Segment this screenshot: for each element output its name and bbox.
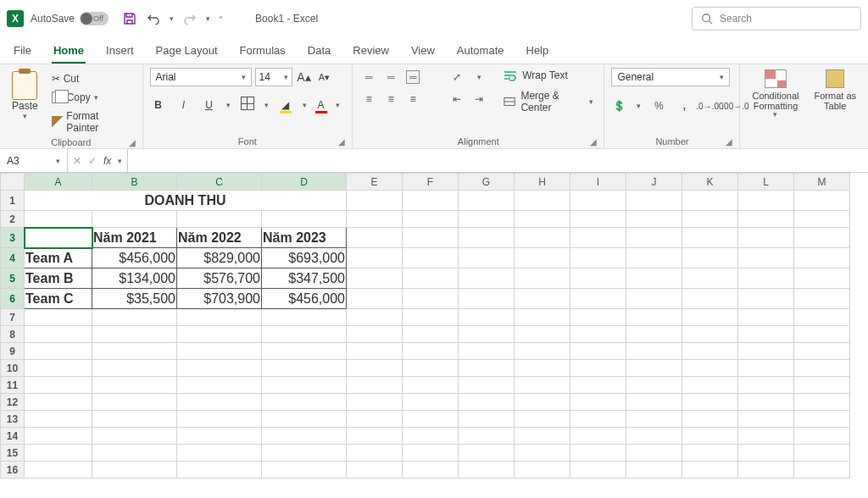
row-6[interactable]: 6 Team C $35,500 $703,900 $456,000	[1, 289, 850, 309]
number-launcher-icon[interactable]: ◢	[726, 137, 732, 147]
row-7[interactable]: 7	[1, 309, 850, 326]
increase-indent-icon[interactable]: ⇥	[471, 91, 487, 107]
row-3[interactable]: 3 Năm 2021 Năm 2022 Năm 2023	[1, 228, 850, 248]
row-15[interactable]: 15	[1, 445, 850, 462]
tab-automate[interactable]: Automate	[455, 39, 506, 64]
row-12[interactable]: 12	[1, 394, 850, 411]
align-middle-icon[interactable]: ═	[383, 69, 398, 85]
col-header-M[interactable]: M	[794, 174, 850, 191]
tab-help[interactable]: Help	[525, 39, 551, 64]
col-header-L[interactable]: L	[738, 174, 794, 191]
font-launcher-icon[interactable]: ◢	[338, 137, 345, 147]
row-header-1[interactable]: 1	[1, 191, 25, 211]
cell-B6[interactable]: $35,500	[92, 289, 177, 309]
row-1[interactable]: 1 DOANH THU	[1, 191, 850, 211]
merge-center-button[interactable]: Merge & Center ▾	[500, 88, 597, 115]
col-header-G[interactable]: G	[459, 174, 515, 191]
cut-button[interactable]: ✂ Cut	[48, 71, 136, 86]
clipboard-launcher-icon[interactable]: ◢	[129, 138, 136, 147]
redo-icon[interactable]	[182, 11, 198, 26]
formula-input[interactable]	[128, 149, 868, 172]
tab-formulas[interactable]: Formulas	[238, 39, 287, 64]
row-2[interactable]: 2	[1, 211, 850, 228]
cell-A6[interactable]: Team C	[25, 289, 92, 309]
cell-C6[interactable]: $703,900	[177, 289, 262, 309]
accounting-dropdown-icon[interactable]: ▾	[637, 102, 641, 110]
orientation-icon[interactable]: ⤢	[449, 69, 465, 85]
col-header-J[interactable]: J	[626, 174, 682, 191]
cell-title[interactable]: DOANH THU	[25, 191, 347, 211]
row-8[interactable]: 8	[1, 326, 850, 343]
fx-dropdown-icon[interactable]: ▾	[118, 157, 122, 165]
cell-C3[interactable]: Năm 2022	[177, 228, 262, 248]
borders-dropdown-icon[interactable]: ▾	[264, 101, 269, 109]
cell-D4[interactable]: $693,000	[262, 248, 347, 268]
row-header-9[interactable]: 9	[1, 343, 25, 360]
wrap-text-button[interactable]: Wrap Text	[500, 68, 597, 83]
align-right-icon[interactable]: ≡	[405, 91, 420, 107]
tab-view[interactable]: View	[409, 39, 437, 64]
align-top-icon[interactable]: ═	[361, 69, 376, 85]
tab-file[interactable]: File	[12, 39, 33, 64]
col-header-E[interactable]: E	[347, 174, 403, 191]
tab-insert[interactable]: Insert	[104, 39, 136, 64]
row-header-13[interactable]: 13	[1, 411, 25, 428]
align-center-icon[interactable]: ≡	[383, 91, 398, 107]
cell-B5[interactable]: $134,000	[92, 268, 177, 289]
row-11[interactable]: 11	[1, 377, 850, 394]
name-box[interactable]: A3▾	[0, 149, 68, 172]
cell-C5[interactable]: $576,700	[177, 268, 262, 289]
row-header-6[interactable]: 6	[1, 289, 25, 309]
row-header-4[interactable]: 4	[1, 248, 25, 268]
font-name-select[interactable]: Arial▾	[150, 68, 252, 86]
col-header-K[interactable]: K	[682, 174, 738, 191]
font-color-dropdown-icon[interactable]: ▾	[336, 101, 340, 109]
undo-dropdown-icon[interactable]: ▾	[170, 14, 174, 23]
font-color-button[interactable]: A	[315, 99, 327, 111]
conditional-formatting-button[interactable]: Conditional Formatting ▾	[747, 68, 804, 121]
comma-format-icon[interactable]: ,	[676, 98, 692, 113]
row-header-2[interactable]: 2	[1, 211, 25, 228]
borders-button[interactable]	[239, 97, 256, 113]
row-header-16[interactable]: 16	[1, 462, 25, 479]
number-format-select[interactable]: General▾	[611, 68, 730, 86]
increase-decimal-icon[interactable]: .0→.00	[702, 98, 717, 113]
tab-data[interactable]: Data	[306, 39, 332, 64]
save-icon[interactable]	[122, 11, 137, 26]
row-13[interactable]: 13	[1, 411, 850, 428]
orientation-dropdown-icon[interactable]: ▾	[477, 73, 481, 81]
format-as-table-button[interactable]: Format as Table	[809, 68, 861, 113]
row-header-3[interactable]: 3	[1, 228, 25, 248]
italic-button[interactable]: I	[175, 99, 192, 111]
alignment-launcher-icon[interactable]: ◢	[590, 137, 597, 147]
cell-B4[interactable]: $456,000	[92, 248, 177, 268]
fx-icon[interactable]: fx	[103, 155, 111, 167]
row-header-10[interactable]: 10	[1, 360, 25, 377]
row-header-15[interactable]: 15	[1, 445, 25, 462]
cancel-formula-icon[interactable]: ✕	[73, 155, 81, 167]
col-header-A[interactable]: A	[25, 174, 92, 191]
percent-format-icon[interactable]: %	[651, 98, 666, 113]
fill-color-button[interactable]: ◢	[277, 99, 294, 111]
select-all-corner[interactable]	[1, 174, 25, 191]
column-headers[interactable]: A B C D E F G H I J K L M	[1, 174, 850, 191]
cell-B3[interactable]: Năm 2021	[92, 228, 177, 248]
tab-review[interactable]: Review	[351, 39, 391, 64]
col-header-H[interactable]: H	[515, 174, 570, 191]
row-4[interactable]: 4 Team A $456,000 $829,000 $693,000	[1, 248, 850, 268]
align-bottom-icon[interactable]: ═	[405, 69, 420, 85]
paste-button[interactable]: Paste ▾	[7, 68, 43, 124]
cell-D5[interactable]: $347,500	[262, 268, 347, 289]
row-16[interactable]: 16	[1, 462, 850, 479]
undo-icon[interactable]	[146, 11, 161, 26]
search-input[interactable]: Search	[692, 7, 861, 30]
row-header-11[interactable]: 11	[1, 377, 25, 394]
row-header-8[interactable]: 8	[1, 326, 25, 343]
fill-dropdown-icon[interactable]: ▾	[303, 101, 307, 109]
decrease-indent-icon[interactable]: ⇤	[449, 91, 465, 107]
align-left-icon[interactable]: ≡	[361, 91, 376, 107]
cell-D6[interactable]: $456,000	[262, 289, 347, 309]
autosave-toggle[interactable]: AutoSave Off	[31, 12, 108, 25]
qat-customize-icon[interactable]: ⁼	[219, 14, 223, 23]
cell-A4[interactable]: Team A	[25, 248, 92, 268]
